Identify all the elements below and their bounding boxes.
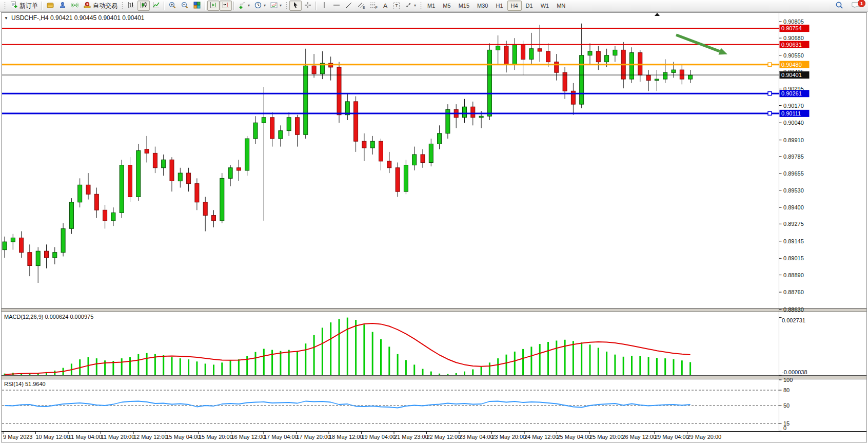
price-chart-canvas[interactable]: 0.908050.906800.905500.904250.902950.901…: [0, 0, 868, 443]
time-label: 23 May 20:00: [492, 434, 526, 440]
trendline-button[interactable]: [343, 1, 355, 11]
macd-histogram-bar: [339, 319, 340, 376]
macd-histogram-bar: [598, 348, 599, 376]
signals-button[interactable]: [69, 1, 81, 11]
timeframe-m30[interactable]: M30: [474, 1, 491, 11]
level-handle[interactable]: [768, 63, 772, 66]
timeframe-m1[interactable]: M1: [424, 1, 439, 11]
candle: [512, 45, 517, 65]
cursor-icon: [291, 1, 300, 11]
toolbar-grip[interactable]: [121, 2, 124, 10]
timeframe-m15[interactable]: M15: [455, 1, 473, 11]
crosshair-button[interactable]: [302, 1, 314, 11]
timeframe-h1[interactable]: H1: [492, 1, 506, 11]
bar-chart-button[interactable]: [125, 1, 137, 11]
candle: [36, 251, 40, 265]
level-handle[interactable]: [768, 92, 772, 95]
time-label: 10 May 12:00: [36, 434, 70, 440]
text-tool-button[interactable]: A: [380, 1, 391, 11]
candle: [672, 70, 676, 72]
macd-histogram-bar: [689, 362, 691, 376]
toolbar-grip[interactable]: [4, 2, 6, 10]
chevron-down-icon[interactable]: ▾: [280, 4, 282, 8]
autotrading-icon: [83, 1, 91, 11]
macd-histogram-bar: [163, 355, 164, 375]
toolbar-separator: [164, 2, 165, 10]
timeframe-group: M1M5M15M30H1H4D1W1MN: [424, 1, 569, 11]
time-label: 15 May 20:00: [199, 434, 233, 440]
macd-histogram-bar: [288, 350, 290, 375]
macd-histogram-bar: [606, 352, 607, 375]
market-watch-button[interactable]: [44, 1, 56, 11]
pane-separator[interactable]: [2, 309, 866, 312]
horizontal-line-button[interactable]: [330, 1, 343, 11]
candle: [646, 75, 650, 80]
macd-histogram-bar: [556, 341, 557, 376]
line-chart-button[interactable]: [150, 1, 162, 11]
equidistant-channel-button[interactable]: E: [355, 1, 367, 11]
toolbar-grip[interactable]: [420, 2, 422, 10]
zoom-out-button[interactable]: [179, 1, 191, 11]
zo om-in-icon: [168, 1, 176, 11]
tile-windows-button[interactable]: [191, 1, 203, 11]
timeframe-d1[interactable]: D1: [522, 1, 537, 11]
chevron-down-icon[interactable]: ▾: [248, 4, 250, 8]
search-button[interactable]: [833, 1, 846, 11]
time-label: 22 May 12:00: [427, 434, 461, 440]
data-window-button[interactable]: [56, 1, 69, 11]
time-label: 16 May 12:00: [231, 434, 266, 440]
price-tick-label: 0.90170: [783, 103, 804, 109]
pane-separator[interactable]: [2, 376, 866, 379]
price-tick-label: 0.89145: [783, 238, 804, 244]
candle: [86, 185, 90, 194]
candle: [3, 242, 7, 250]
macd-histogram-bar: [664, 358, 666, 375]
timeframe-mn[interactable]: MN: [553, 1, 569, 11]
fibonacci-button[interactable]: F: [367, 1, 380, 11]
time-label: 15 May 04:00: [166, 434, 201, 440]
macd-histogram-bar: [631, 356, 633, 375]
cursor-button[interactable]: [289, 1, 302, 11]
vertical-line-button[interactable]: [318, 1, 330, 11]
candle: [11, 238, 15, 242]
macd-histogram-bar: [171, 357, 173, 375]
candle: [521, 45, 525, 59]
notifications-button[interactable]: 1: [849, 1, 863, 11]
macd-histogram-bar: [230, 360, 231, 375]
timeframe-m5[interactable]: M5: [439, 1, 454, 11]
macd-label: MACD(12,26,9) 0.000624 0.000975: [4, 314, 93, 320]
indicators-button[interactable]: ▾: [236, 1, 252, 11]
macd-histogram-bar: [539, 344, 541, 375]
time-label: 29 May 04:00: [655, 434, 689, 440]
candle: [78, 185, 82, 202]
timeframe-w1[interactable]: W1: [537, 1, 553, 11]
chart-shift-button[interactable]: [220, 1, 232, 11]
candle: [111, 213, 115, 221]
macd-histogram-bar: [447, 374, 448, 376]
new-order-button[interactable]: 新订单: [8, 1, 40, 11]
macd-histogram-bar: [29, 374, 30, 376]
level-handle[interactable]: [768, 111, 772, 115]
periods-button[interactable]: ▾: [252, 1, 268, 11]
text-label-button[interactable]: T: [391, 1, 402, 11]
candlestick-chart-button[interactable]: [137, 1, 150, 11]
auto-scroll-button[interactable]: [207, 1, 220, 11]
macd-histogram-bar: [54, 371, 55, 375]
arrows-tool-button[interactable]: ▾: [402, 1, 418, 11]
macd-histogram-bar: [313, 335, 315, 375]
zoom-in-button[interactable]: [166, 1, 179, 11]
autotrading-button[interactable]: 自动交易: [81, 1, 120, 11]
time-label: 21 May 23:00: [394, 434, 428, 440]
new-order-label: 新订单: [19, 2, 38, 10]
chevron-down-icon[interactable]: ▾: [414, 4, 416, 8]
candle: [337, 67, 341, 115]
macd-histogram-bar: [397, 354, 399, 375]
toolbar-grip[interactable]: [285, 2, 288, 10]
macd-histogram-bar: [489, 362, 490, 375]
timeframe-h4[interactable]: H4: [507, 1, 522, 11]
candle: [304, 66, 308, 134]
chevron-down-icon[interactable]: ▾: [264, 4, 266, 8]
templates-button[interactable]: ▾: [268, 1, 284, 11]
price-tick-label: 0.89910: [783, 137, 804, 143]
candle: [688, 75, 693, 79]
